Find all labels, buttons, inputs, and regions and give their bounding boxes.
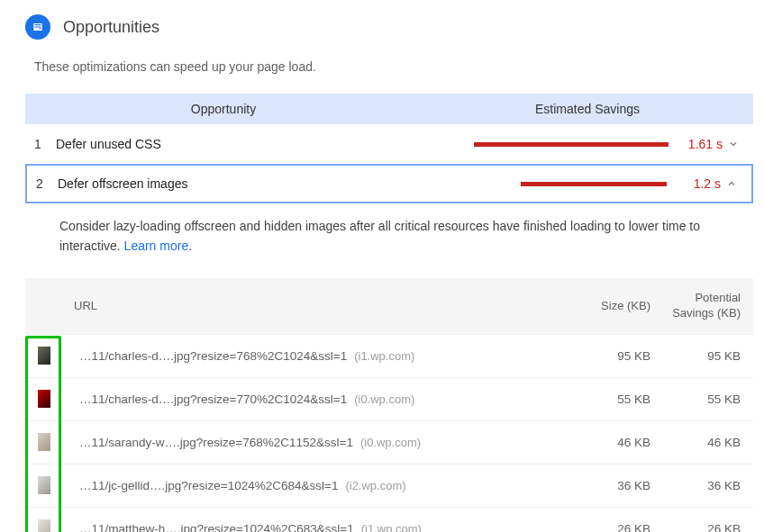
savings-time: 1.61 s bbox=[676, 137, 723, 151]
savings-bar bbox=[521, 182, 667, 186]
savings-bar-wrap bbox=[416, 142, 676, 147]
url-row: …11/jc-gellid….jpg?resize=1024%2C684&ssl… bbox=[25, 464, 753, 507]
col-estimated-savings: Estimated Savings bbox=[422, 102, 753, 116]
row-label: Defer unused CSS bbox=[56, 137, 416, 151]
learn-more-link[interactable]: Learn more bbox=[124, 239, 189, 253]
url-host: (i0.wp.com) bbox=[354, 392, 414, 406]
section-header: Opportunities bbox=[25, 11, 753, 45]
url-table: URL Size (KB) Potential Savings (KB) …11… bbox=[25, 278, 753, 532]
url-cell: …11/charles-d….jpg?resize=768%2C1024&ssl… bbox=[79, 349, 551, 363]
url-row: …11/charles-d….jpg?resize=768%2C1024&ssl… bbox=[25, 334, 753, 377]
section-subtitle: These optimizations can speed up your pa… bbox=[25, 45, 753, 94]
image-thumbnail bbox=[38, 390, 50, 408]
image-thumbnail bbox=[38, 519, 50, 532]
opportunity-table-header: Opportunity Estimated Savings bbox=[25, 94, 753, 124]
url-row: …11/matthew-h….jpg?resize=1024%2C683&ssl… bbox=[25, 507, 753, 532]
image-thumbnail bbox=[38, 347, 50, 365]
col-size: Size (KB) bbox=[551, 299, 650, 312]
url-host: (i1.wp.com) bbox=[361, 522, 422, 532]
section-title: Opportunities bbox=[63, 18, 159, 37]
url-cell: …11/sarandy-w….jpg?resize=768%2C1152&ssl… bbox=[79, 436, 551, 449]
potential-cell: 46 KB bbox=[650, 436, 741, 449]
potential-cell: 26 KB bbox=[650, 522, 741, 532]
potential-cell: 95 KB bbox=[650, 349, 741, 363]
url-cell: …11/charles-d….jpg?resize=770%2C1024&ssl… bbox=[79, 392, 551, 406]
opportunity-details: Consider lazy-loading offscreen and hidd… bbox=[25, 203, 753, 269]
image-thumbnail bbox=[38, 476, 50, 494]
col-url: URL bbox=[74, 299, 551, 312]
size-cell: 26 KB bbox=[551, 522, 650, 532]
size-cell: 95 KB bbox=[551, 349, 650, 363]
potential-cell: 55 KB bbox=[650, 392, 741, 406]
url-cell: …11/matthew-h….jpg?resize=1024%2C683&ssl… bbox=[79, 522, 551, 532]
url-host: (i0.wp.com) bbox=[360, 436, 421, 449]
row-label: Defer offscreen images bbox=[58, 176, 418, 191]
url-row: …11/sarandy-w….jpg?resize=768%2C1152&ssl… bbox=[25, 420, 753, 464]
url-path[interactable]: …11/matthew-h….jpg?resize=1024%2C683&ssl… bbox=[79, 522, 354, 532]
col-opportunity: Opportunity bbox=[25, 102, 422, 116]
image-thumbnail bbox=[38, 433, 50, 451]
opportunity-row[interactable]: 1 Defer unused CSS 1.61 s bbox=[25, 124, 753, 164]
size-cell: 55 KB bbox=[551, 392, 650, 406]
savings-time: 1.2 s bbox=[674, 176, 721, 191]
col-potential-savings: Potential Savings (KB) bbox=[650, 291, 741, 321]
url-row: …11/charles-d….jpg?resize=770%2C1024&ssl… bbox=[25, 377, 753, 420]
chevron-icon bbox=[723, 139, 744, 149]
savings-bar-wrap bbox=[418, 182, 674, 186]
size-cell: 46 KB bbox=[551, 436, 650, 449]
url-path[interactable]: …11/jc-gellid….jpg?resize=1024%2C684&ssl… bbox=[79, 479, 338, 492]
url-path[interactable]: …11/sarandy-w….jpg?resize=768%2C1152&ssl… bbox=[79, 436, 353, 449]
url-path[interactable]: …11/charles-d….jpg?resize=768%2C1024&ssl… bbox=[79, 349, 347, 363]
url-cell: …11/jc-gellid….jpg?resize=1024%2C684&ssl… bbox=[79, 479, 551, 492]
url-host: (i2.wp.com) bbox=[345, 479, 405, 492]
row-index: 2 bbox=[36, 176, 58, 191]
size-cell: 36 KB bbox=[551, 479, 650, 492]
opportunity-row[interactable]: 2 Defer offscreen images 1.2 s bbox=[25, 164, 753, 203]
opportunities-icon bbox=[25, 14, 50, 40]
url-path[interactable]: …11/charles-d….jpg?resize=770%2C1024&ssl… bbox=[79, 392, 347, 406]
url-table-header: URL Size (KB) Potential Savings (KB) bbox=[25, 278, 753, 334]
savings-bar bbox=[474, 142, 668, 147]
chevron-icon bbox=[721, 178, 742, 189]
potential-cell: 36 KB bbox=[650, 479, 741, 492]
url-host: (i1.wp.com) bbox=[354, 349, 414, 363]
row-index: 1 bbox=[34, 137, 56, 151]
